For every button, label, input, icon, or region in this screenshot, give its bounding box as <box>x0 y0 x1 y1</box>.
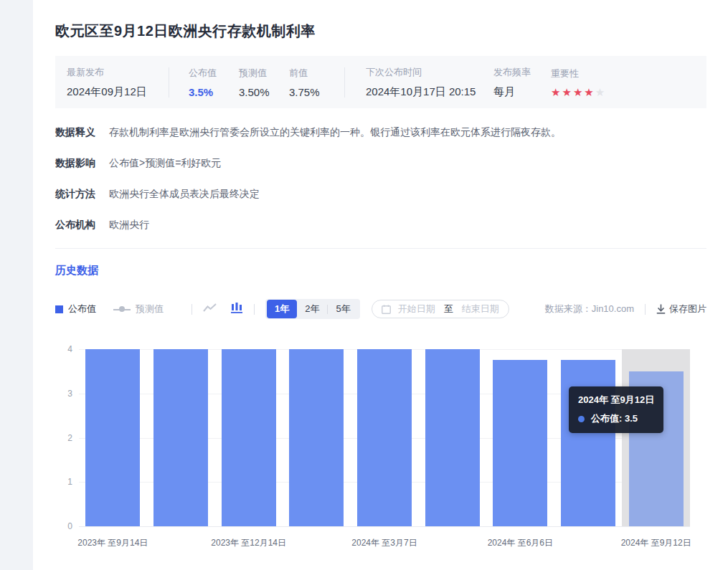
legend-item-forecast[interactable]: 预测值 <box>113 303 164 315</box>
summary-frequency: 发布频率 每月 <box>493 66 551 99</box>
x-tick-label: 2023年 至9月14日 <box>77 537 148 549</box>
date-range-separator: 至 <box>444 303 453 315</box>
bar-slot[interactable] <box>79 349 147 526</box>
latest-release-label: 最新发布 <box>67 66 169 79</box>
info-row-agency: 公布机构 欧洲央行 <box>55 217 706 232</box>
calendar-icon <box>382 305 391 314</box>
x-tick-label: 2024年 至3月7日 <box>351 537 417 549</box>
published-value-bar[interactable] <box>153 349 208 526</box>
frequency-value: 每月 <box>493 85 551 99</box>
save-image-label: 保存图片 <box>669 303 706 315</box>
bar-slot[interactable] <box>214 349 283 526</box>
line-chart-icon <box>203 303 217 315</box>
y-tick-label: 0 <box>55 521 72 531</box>
frequency-label: 发布频率 <box>493 66 551 79</box>
summary-previous: 前值 3.75% <box>289 67 344 98</box>
indicator-detail-panel: 欧元区至9月12日欧洲央行存款机制利率 最新发布 2024年09月12日 公布值… <box>33 0 728 570</box>
date-range-picker[interactable]: 开始日期 至 结束日期 <box>372 300 509 318</box>
tooltip-entry: 公布值: 3.5 <box>578 412 654 425</box>
series-dot-icon <box>578 416 585 422</box>
controls-divider <box>645 304 646 315</box>
summary-forecast: 预测值 3.50% <box>239 67 289 98</box>
info-content: 欧洲央行 <box>109 217 149 232</box>
tab-1year[interactable]: 1年 <box>267 300 297 318</box>
y-tick-label: 3 <box>55 389 72 399</box>
save-image-button[interactable]: 保存图片 <box>656 303 706 315</box>
bar-chart-toggle[interactable] <box>230 303 243 315</box>
published-series-swatch <box>55 305 63 313</box>
forecast-series-swatch <box>113 305 131 313</box>
published-label: 公布值 <box>189 67 239 80</box>
info-rows: 数据释义 存款机制利率是欧洲央行管委会所设立的关键利率的一种。银行通过该利率在欧… <box>55 125 706 232</box>
start-date-placeholder[interactable]: 开始日期 <box>398 303 435 315</box>
published-value: 3.5% <box>189 86 239 98</box>
bar-chart-icon <box>230 303 243 315</box>
bar-slot[interactable] <box>418 349 486 526</box>
published-value-bar[interactable] <box>222 349 276 526</box>
latest-release-value: 2024年09月12日 <box>67 85 169 99</box>
history-bar-chart: 01234 2023年 至9月14日2023年 至12月14日2024年 至3月… <box>55 334 706 549</box>
forecast-label: 预测值 <box>239 67 289 80</box>
x-tick-label: 2024年 至6月6日 <box>488 537 553 549</box>
legend-label: 公布值 <box>68 303 96 315</box>
x-tick-label: 2024年 至9月12日 <box>621 537 691 549</box>
end-date-placeholder[interactable]: 结束日期 <box>462 303 499 315</box>
tab-5year[interactable]: 5年 <box>328 300 358 318</box>
summary-bar: 最新发布 2024年09月12日 公布值 3.5% 预测值 3.50% 前值 3… <box>55 56 706 108</box>
forecast-value: 3.50% <box>239 86 289 98</box>
info-label: 公布机构 <box>55 217 109 232</box>
y-tick-label: 1 <box>55 477 72 487</box>
summary-divider <box>169 67 169 98</box>
y-tick-label: 2 <box>55 433 72 443</box>
range-tab-group: 1年 2年 5年 <box>265 299 360 319</box>
published-value-bar[interactable] <box>357 349 412 526</box>
line-chart-toggle[interactable] <box>203 303 217 315</box>
star-empty-icon: ★ <box>595 87 606 98</box>
bar-slot[interactable] <box>486 349 554 526</box>
published-value-bar[interactable] <box>425 349 480 526</box>
section-divider <box>55 248 706 249</box>
chart-controls: 公布值 预测值 1年 2年 5年 开始日期 <box>55 299 706 319</box>
info-row-method: 统计方法 欧洲央行全体成员表决后最终决定 <box>55 186 706 201</box>
tooltip-title: 2024年 至9月12日 <box>578 394 654 407</box>
tab-2year[interactable]: 2年 <box>297 300 327 318</box>
star-filled-icon: ★ <box>562 87 572 98</box>
tooltip-value: 公布值: 3.5 <box>591 412 638 425</box>
published-value-bar[interactable] <box>493 360 547 526</box>
bar-slot[interactable] <box>147 349 215 526</box>
published-value-bar[interactable] <box>85 349 140 526</box>
info-row-impact: 数据影响 公布值>预测值=利好欧元 <box>55 156 706 170</box>
importance-label: 重要性 <box>551 67 606 80</box>
info-content: 公布值>预测值=利好欧元 <box>109 156 221 170</box>
info-label: 数据释义 <box>55 125 109 139</box>
bar-slot[interactable] <box>554 349 623 526</box>
controls-divider <box>254 304 255 315</box>
history-section-link[interactable]: 历史数据 <box>55 264 706 277</box>
bar-slot[interactable] <box>283 349 351 526</box>
page-title: 欧元区至9月12日欧洲央行存款机制利率 <box>55 22 706 41</box>
previous-label: 前值 <box>289 67 344 80</box>
legend-label: 预测值 <box>136 303 164 315</box>
summary-importance: 重要性 ★★★★★ <box>551 67 606 98</box>
info-content: 欧洲央行全体成员表决后最终决定 <box>109 186 260 201</box>
info-row-definition: 数据释义 存款机制利率是欧洲央行管委会所设立的关键利率的一种。银行通过该利率在欧… <box>55 125 706 139</box>
bar-slot[interactable] <box>351 349 419 526</box>
bar-slot-highlighted[interactable] <box>622 349 690 526</box>
published-value-bar[interactable] <box>289 349 344 526</box>
info-label: 统计方法 <box>55 186 109 201</box>
star-filled-icon: ★ <box>551 87 562 98</box>
star-filled-icon: ★ <box>573 87 584 98</box>
legend-item-published[interactable]: 公布值 <box>55 303 96 315</box>
info-label: 数据影响 <box>55 156 109 170</box>
next-release-label: 下次公布时间 <box>366 66 493 79</box>
published-value-bar[interactable] <box>561 360 615 526</box>
controls-divider <box>192 304 192 315</box>
gridline <box>79 526 690 527</box>
data-source-text: 数据来源：Jin10.com <box>545 303 634 315</box>
importance-stars: ★★★★★ <box>551 87 606 98</box>
x-tick-label: 2023年 至12月14日 <box>211 537 286 549</box>
summary-divider <box>344 67 345 98</box>
summary-published: 公布值 3.5% <box>189 67 239 98</box>
download-icon <box>656 304 669 314</box>
page-left-gutter <box>0 0 33 570</box>
